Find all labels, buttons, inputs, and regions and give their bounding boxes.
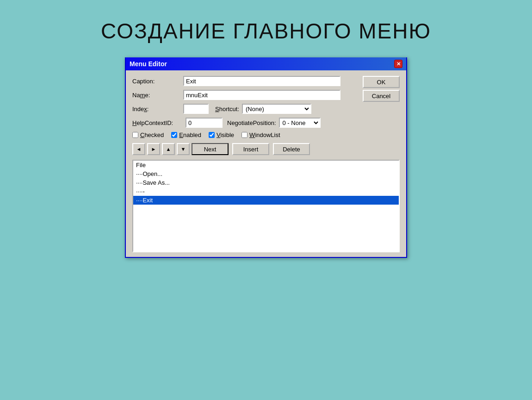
shortcut-label: Shortcut:	[215, 106, 239, 112]
menu-item-separator[interactable]: ····-	[133, 187, 399, 196]
visible-label: Visible	[217, 131, 234, 138]
negpos-select[interactable]: 0 - None 1 - Left 2 - Middle 3 - Right	[279, 118, 321, 128]
right-buttons: OK Cancel	[363, 76, 400, 102]
checked-label: Checked	[140, 131, 164, 138]
checked-checkbox[interactable]	[132, 132, 138, 138]
nav-left-button[interactable]: ◄	[132, 143, 145, 155]
menu-item-file[interactable]: File	[133, 161, 399, 169]
enabled-label: Enabled	[179, 131, 201, 138]
next-button[interactable]: Next	[192, 143, 229, 155]
helpctx-label: HelpContextID:	[132, 119, 186, 126]
delete-button[interactable]: Delete	[273, 143, 310, 155]
insert-button[interactable]: Insert	[232, 143, 269, 155]
enabled-checkbox[interactable]	[171, 132, 177, 138]
close-button[interactable]: ✕	[394, 60, 402, 68]
caption-row: Caption:	[132, 76, 358, 86]
checkboxes-row: Checked Enabled Visible WindowList	[132, 131, 400, 138]
index-input[interactable]	[183, 104, 209, 114]
shortcut-select[interactable]: (None) Ctrl+A Ctrl+B	[242, 104, 311, 114]
caption-label: Caption:	[132, 78, 183, 85]
dialog-window: Menu Editor ✕ Caption: Name: OK Cancel	[125, 57, 407, 258]
page-title: СОЗДАНИЕ ГЛАВНОГО МЕНЮ	[101, 19, 431, 44]
checked-checkbox-item[interactable]: Checked	[132, 131, 164, 138]
windowlist-checkbox[interactable]	[241, 132, 247, 138]
left-fields: Caption: Name:	[132, 76, 358, 104]
menu-item-saveas[interactable]: ····Save As...	[133, 178, 399, 187]
visible-checkbox[interactable]	[209, 132, 215, 138]
dialog-title: Menu Editor	[130, 60, 167, 68]
menu-list[interactable]: File ····Open... ····Save As... ····- ··…	[132, 160, 400, 252]
visible-checkbox-item[interactable]: Visible	[209, 131, 234, 138]
menu-item-exit[interactable]: ····Exit	[133, 196, 399, 205]
name-input[interactable]	[183, 90, 340, 100]
helpctx-input[interactable]	[186, 118, 223, 128]
index-shortcut-row: Index: Shortcut: (None) Ctrl+A Ctrl+B	[132, 104, 400, 114]
caption-ok-row: Caption: Name: OK Cancel	[132, 76, 400, 104]
name-row: Name:	[132, 90, 358, 100]
nav-down-button[interactable]: ▼	[177, 143, 190, 155]
windowlist-label: WindowList	[249, 131, 280, 138]
negpos-label: NegotiatePosition:	[227, 119, 276, 126]
dialog-body: Caption: Name: OK Cancel Index: Shortcut…	[126, 70, 406, 257]
cancel-button[interactable]: Cancel	[363, 90, 400, 102]
caption-input[interactable]	[183, 76, 340, 86]
index-label: Index:	[132, 106, 183, 112]
nav-row: ◄ ► ▲ ▼ Next Insert Delete	[132, 143, 400, 155]
nav-right-button[interactable]: ►	[147, 143, 160, 155]
name-label: Name:	[132, 92, 183, 99]
windowlist-checkbox-item[interactable]: WindowList	[241, 131, 280, 138]
menu-item-open[interactable]: ····Open...	[133, 169, 399, 178]
enabled-checkbox-item[interactable]: Enabled	[171, 131, 201, 138]
nav-up-button[interactable]: ▲	[162, 143, 175, 155]
ok-button[interactable]: OK	[363, 76, 400, 88]
helpctx-negpos-row: HelpContextID: NegotiatePosition: 0 - No…	[132, 118, 400, 128]
dialog-titlebar: Menu Editor ✕	[126, 57, 406, 70]
